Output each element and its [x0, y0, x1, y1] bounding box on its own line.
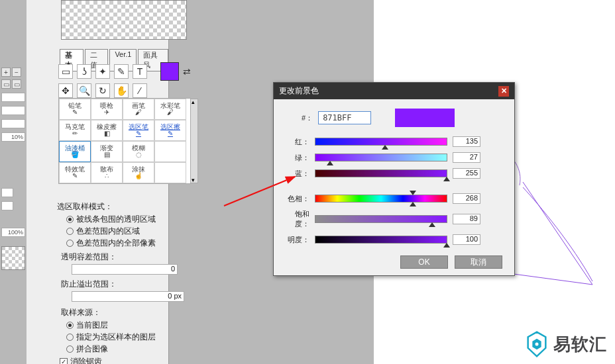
source-radio-3[interactable]: 拼合图像	[66, 343, 194, 355]
tool-options: 选区取样模式： 被线条包围的透明区域 色差范围内的区域 色差范围内的全部像素 透…	[57, 199, 194, 364]
hex-input[interactable]: 871BFF	[318, 111, 371, 124]
tool-fx-pen[interactable]: 特效笔✎	[59, 162, 91, 183]
foreground-color-swatch[interactable]	[160, 62, 179, 81]
color-preview-swatch	[395, 109, 455, 127]
tool-gradient[interactable]: 渐变▤	[91, 141, 123, 162]
tool-empty-2	[154, 162, 186, 183]
blue-label: 蓝：	[286, 169, 309, 179]
left-panel: 基本 二值 Ver.1 面具风 ▭ ʖ ✦ ✎ T ⇄ ✥ 🔍 ↻ ✋ ⁄ 铅笔…	[27, 0, 169, 364]
source-label: 取样来源：	[61, 307, 194, 318]
grid-scrollbar[interactable]	[190, 99, 198, 183]
text-tool[interactable]: T	[133, 64, 147, 79]
source-radio-2[interactable]: 指定为选区样本的图层	[66, 332, 194, 343]
far-left-strip: + − ▭ ▭ 10% 100%	[0, 66, 27, 271]
red-slider[interactable]	[315, 138, 447, 146]
val-value[interactable]: 100	[453, 234, 480, 245]
tool-select-pen[interactable]: 选区笔✎	[123, 120, 154, 141]
pct-field[interactable]: 10%	[1, 132, 25, 142]
hue-slider[interactable]	[315, 195, 447, 203]
layer-thumbnail[interactable]	[61, 0, 187, 40]
marquee-tool[interactable]: ▭	[58, 64, 73, 79]
tool-airbrush[interactable]: 喷枪✈	[91, 99, 123, 120]
ok-button[interactable]: OK	[400, 255, 448, 269]
lasso-tool[interactable]: ʖ	[77, 64, 91, 79]
tool-pencil[interactable]: 铅笔✎	[59, 99, 91, 120]
green-slider[interactable]	[315, 154, 447, 161]
plus-icon[interactable]: +	[1, 68, 11, 77]
rotate-tool[interactable]: ↻	[95, 83, 110, 98]
hash-label: #：	[302, 113, 313, 123]
sat-value[interactable]: 89	[453, 214, 480, 224]
val-field-3[interactable]	[1, 119, 25, 128]
sat-label: 饱和度：	[286, 209, 309, 229]
tool-empty-1	[154, 141, 186, 162]
move-tool[interactable]: ✥	[58, 83, 73, 98]
mini-preview	[1, 246, 25, 270]
blue-slider[interactable]	[315, 169, 447, 177]
sample-mode-label: 选区取样模式：	[57, 201, 194, 212]
wand-tool[interactable]: ✦	[95, 64, 110, 79]
minus-icon[interactable]: −	[12, 68, 21, 77]
value-slider[interactable]	[315, 236, 447, 244]
dialog-title: 更改前景色	[279, 85, 319, 97]
dialog-titlebar[interactable]: 更改前景色 ✕	[274, 83, 514, 99]
hand-tool[interactable]: ✋	[114, 83, 129, 98]
saturation-slider[interactable]	[315, 215, 447, 223]
red-value[interactable]: 135	[453, 136, 480, 147]
pen-tool[interactable]: ✎	[114, 64, 129, 79]
color-picker-dialog: 更改前景色 ✕ #： 871BFF 红： 135 绿： 27 蓝： 255 色相…	[273, 82, 515, 276]
tolerance-input[interactable]: 0	[72, 264, 178, 275]
tolerance-label: 透明容差范围：	[61, 251, 194, 263]
cancel-button[interactable]: 取消	[455, 255, 502, 269]
blue-value[interactable]: 255	[453, 168, 480, 179]
tool-scatter[interactable]: 散布∴	[91, 162, 123, 183]
swap-colors-icon[interactable]: ⇄	[183, 66, 191, 77]
hue-value[interactable]: 268	[453, 193, 480, 204]
tool-blur[interactable]: 模糊◌	[123, 141, 154, 162]
tool-marker[interactable]: 马克笔✏	[59, 120, 91, 141]
tool-watercolor[interactable]: 水彩笔🖌	[154, 99, 186, 120]
val-small-1[interactable]	[1, 188, 13, 197]
val-field-1[interactable]	[1, 93, 25, 102]
watermark-logo-icon	[526, 331, 548, 357]
source-radio-1[interactable]: 当前图层	[66, 320, 194, 331]
square-icon[interactable]: ▭	[1, 79, 11, 89]
primary-tools: ▭ ʖ ✦ ✎ T ⇄ ✥ 🔍 ↻ ✋ ⁄	[58, 62, 191, 101]
zoom-tool[interactable]: 🔍	[77, 83, 91, 98]
val-field-2[interactable]	[1, 106, 25, 115]
antialias-check[interactable]: ✓消除锯齿	[60, 356, 194, 364]
tool-brush[interactable]: 画笔🖌	[123, 99, 154, 120]
mode-radio-3[interactable]: 色差范围内的全部像素	[66, 238, 194, 249]
zoom-field[interactable]: 100%	[1, 228, 25, 237]
val-label: 明度：	[286, 235, 309, 245]
hue-label: 色相：	[286, 194, 309, 204]
red-label: 红：	[286, 137, 309, 147]
tool-bucket[interactable]: 油漆桶🪣	[59, 141, 91, 162]
brush-tool-grid: 铅笔✎ 喷枪✈ 画笔🖌 水彩笔🖌 马克笔✏ 橡皮擦◧ 选区笔✎ 选区擦✎ 油漆桶…	[58, 98, 191, 184]
square-icon-2[interactable]: ▭	[12, 79, 21, 89]
tool-smudge[interactable]: 涂抹☝	[123, 162, 154, 183]
svg-point-1	[535, 343, 539, 346]
mode-radio-1[interactable]: 被线条包围的透明区域	[66, 214, 194, 225]
green-label: 绿：	[286, 153, 309, 163]
eyedropper-tool[interactable]: ⁄	[133, 83, 147, 98]
tool-select-eraser[interactable]: 选区擦✎	[154, 120, 186, 141]
watermark-text: 易软汇	[553, 333, 607, 356]
overflow-input[interactable]: 0 px	[72, 291, 184, 302]
watermark: 易软汇	[526, 331, 607, 357]
close-icon[interactable]: ✕	[498, 86, 509, 97]
overflow-label: 防止溢出范围：	[61, 279, 194, 290]
green-value[interactable]: 27	[453, 152, 480, 163]
val-small-2[interactable]	[1, 201, 13, 210]
tool-eraser[interactable]: 橡皮擦◧	[91, 120, 123, 141]
mode-radio-2[interactable]: 色差范围内的区域	[66, 226, 194, 237]
